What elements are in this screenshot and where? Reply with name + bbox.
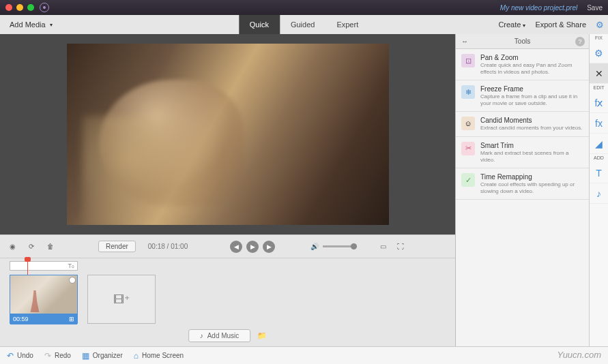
fullscreen-icon[interactable]: ⛶ xyxy=(395,241,406,252)
tool-name: Time Remapping xyxy=(480,173,583,181)
clip-settings-icon[interactable]: ⊞ xyxy=(69,316,74,322)
add-music-label: Add Music xyxy=(207,332,240,339)
timecode: 00:18 / 01:00 xyxy=(148,243,188,250)
safe-margins-icon[interactable]: ▭ xyxy=(377,241,388,252)
window-controls xyxy=(5,4,34,11)
maximize-icon[interactable] xyxy=(27,4,34,11)
gear-icon[interactable]: ⚙ xyxy=(596,20,604,30)
redo-button[interactable]: ↷ Redo xyxy=(44,351,71,361)
tool-desc: Capture a frame from a clip and use it i… xyxy=(480,93,583,106)
tool-candid-moments[interactable]: ☺ Candid Moments Extract candid moments … xyxy=(456,112,589,137)
tools-panel: ↔ Tools ? ⊡ Pan & Zoom Create quick and … xyxy=(455,34,589,346)
organizer-button[interactable]: ▦ Organizer xyxy=(82,351,123,361)
tool-desc: Create cool effects with speeding up or … xyxy=(480,181,583,194)
time-remapping-icon: ✓ xyxy=(461,173,475,187)
tool-pan-zoom[interactable]: ⊡ Pan & Zoom Create quick and easy Pan a… xyxy=(456,49,589,80)
total-time: 01:00 xyxy=(171,243,188,250)
close-icon[interactable] xyxy=(5,4,12,11)
clip-toggle-icon[interactable] xyxy=(69,277,76,284)
panel-title: Tools xyxy=(515,37,530,45)
playback-bar: ◉ ⟳ 🗑 Render 00:18 / 01:00 ◀ ▶ ▶ 🔊 ▭ ⛶ xyxy=(0,234,455,258)
preview-area xyxy=(0,34,455,234)
volume-icon[interactable]: 🔊 xyxy=(310,243,319,250)
add-media-button[interactable]: Add Media xyxy=(4,20,58,29)
rtab-fx-icon[interactable]: fx xyxy=(590,113,609,134)
camera-icon[interactable]: ◉ xyxy=(7,241,18,252)
undo-button[interactable]: ↶ Undo xyxy=(7,351,33,361)
track-header[interactable]: T₀ xyxy=(10,261,78,271)
export-share-button[interactable]: Export & Share xyxy=(535,20,586,29)
volume-control: 🔊 xyxy=(310,243,357,250)
help-icon[interactable]: ? xyxy=(575,37,585,46)
clip-thumbnail xyxy=(10,275,77,314)
organizer-icon: ▦ xyxy=(82,351,89,361)
transport-controls: ◀ ▶ ▶ xyxy=(230,241,275,253)
tool-name: Pan & Zoom xyxy=(480,54,583,61)
tool-name: Freeze Frame xyxy=(480,85,583,93)
tab-guided[interactable]: Guided xyxy=(280,15,325,34)
current-time: 00:18 xyxy=(148,243,165,250)
organizer-label: Organizer xyxy=(93,352,123,359)
create-label: Create xyxy=(498,20,521,29)
timeline: T₀ 00:59 ⊞ 🎞⁺ ♪ Add Mu xyxy=(0,258,455,346)
titlebar: My new video project.prel Save xyxy=(0,0,608,15)
mode-tabs: Quick Guided Expert xyxy=(239,15,369,34)
create-button[interactable]: Create xyxy=(498,20,525,29)
tool-freeze-frame[interactable]: ❄ Freeze Frame Capture a frame from a cl… xyxy=(456,80,589,112)
tool-desc: Extract candid moments from your videos. xyxy=(480,125,583,132)
prev-button[interactable]: ◀ xyxy=(230,241,242,253)
minimize-icon[interactable] xyxy=(16,4,23,11)
redo-icon: ↷ xyxy=(44,351,51,361)
next-button[interactable]: ▶ xyxy=(263,241,275,253)
collapse-panel-icon[interactable]: ↔ xyxy=(461,37,468,45)
rtab-text-icon[interactable]: T xyxy=(590,163,609,183)
candid-moments-icon: ☺ xyxy=(461,117,475,130)
folder-icon[interactable]: 📁 xyxy=(257,331,267,340)
bottombar: ↶ Undo ↷ Redo ▦ Organizer ⌂ Home Screen xyxy=(0,346,608,364)
tool-smart-trim[interactable]: ✂ Smart Trim Mark and extract best scene… xyxy=(456,137,589,168)
volume-slider[interactable] xyxy=(323,245,357,247)
freeze-frame-icon: ❄ xyxy=(461,85,475,99)
home-screen-button[interactable]: ⌂ Home Screen xyxy=(134,351,184,361)
right-tab-rail: FIX ⚙ ✕ EDIT fx̷ fx ◢ ADD T ♪ xyxy=(589,34,608,346)
tool-desc: Create quick and easy Pan and Zoom effec… xyxy=(480,62,583,75)
add-media-label: Add Media xyxy=(10,20,46,29)
timeline-clip[interactable]: 00:59 ⊞ xyxy=(10,275,78,324)
clip-duration: 00:59 xyxy=(13,316,29,322)
trash-icon[interactable]: 🗑 xyxy=(45,241,56,252)
video-preview[interactable] xyxy=(67,44,389,225)
app-logo-icon xyxy=(40,3,49,12)
add-music-button[interactable]: ♪ Add Music xyxy=(188,329,251,342)
tool-desc: Mark and extract best scenes from a vide… xyxy=(480,150,583,163)
play-button[interactable]: ▶ xyxy=(246,241,259,253)
rtab-edit-label: EDIT xyxy=(594,84,605,93)
tool-name: Smart Trim xyxy=(480,142,583,149)
rtab-adjust-icon[interactable]: ⚙ xyxy=(590,43,609,63)
rtab-tools-icon[interactable]: ✕ xyxy=(590,63,609,84)
save-button[interactable]: Save xyxy=(587,4,603,12)
rotate-icon[interactable]: ⟳ xyxy=(26,241,37,252)
rtab-music-icon[interactable]: ♪ xyxy=(590,183,609,204)
smart-trim-icon: ✂ xyxy=(461,142,475,155)
render-button[interactable]: Render xyxy=(98,241,136,252)
add-clip-placeholder[interactable]: 🎞⁺ xyxy=(87,275,156,324)
music-note-icon: ♪ xyxy=(200,332,203,339)
home-icon: ⌂ xyxy=(134,351,139,361)
rtab-fix-label: FIX xyxy=(595,34,603,43)
undo-label: Undo xyxy=(17,352,33,359)
add-media-icon: 🎞⁺ xyxy=(113,293,130,306)
tool-name: Candid Moments xyxy=(480,117,583,124)
tool-time-remapping[interactable]: ✓ Time Remapping Create cool effects wit… xyxy=(456,168,589,200)
pan-zoom-icon: ⊡ xyxy=(461,54,475,67)
project-name[interactable]: My new video project.prel xyxy=(500,4,577,12)
rtab-color-icon[interactable]: ◢ xyxy=(590,134,609,154)
rtab-effects-icon[interactable]: fx̷ xyxy=(590,93,609,113)
tab-expert[interactable]: Expert xyxy=(325,15,369,34)
home-label: Home Screen xyxy=(142,352,184,359)
topbar: Add Media Quick Guided Expert Create Exp… xyxy=(0,15,608,34)
rtab-add-label: ADD xyxy=(594,154,604,163)
tab-quick[interactable]: Quick xyxy=(239,15,280,34)
undo-icon: ↶ xyxy=(7,351,14,361)
redo-label: Redo xyxy=(55,352,71,359)
